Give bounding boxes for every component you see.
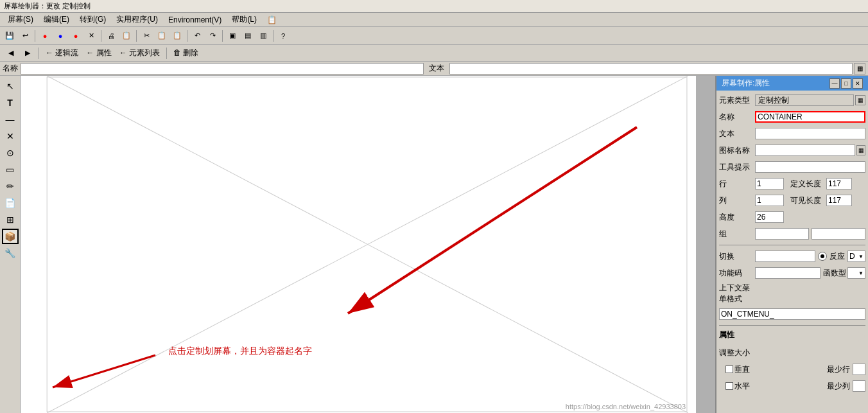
switch-row: 切换 反应 D ▼ [719, 249, 865, 263]
toolbar2-nav-prev[interactable]: ◀ [4, 46, 18, 60]
vertical-row: 垂直 最少行 [719, 362, 865, 376]
reaction-radio[interactable] [818, 252, 827, 261]
tool-misc[interactable]: 🔧 [2, 245, 19, 261]
text-field-input[interactable] [755, 128, 865, 139]
toolbar-run2[interactable]: ● [53, 29, 67, 43]
toolbar-new[interactable]: 💾 [3, 29, 17, 43]
element-type-btn[interactable]: ▦ [855, 95, 865, 105]
reaction-dropdown[interactable]: D ▼ [847, 250, 865, 262]
text-row: 文本 [719, 127, 865, 141]
title-bar-text: 屏幕绘制器：更改 定制控制 [4, 1, 91, 11]
toolbar-undo[interactable]: ↩ [18, 29, 32, 43]
toolbar2-delete[interactable]: 🗑 删除 [171, 46, 201, 60]
canvas-scrollbar[interactable] [696, 76, 715, 413]
vertical-checkbox-item[interactable]: 垂直 [725, 364, 750, 375]
toolbar-stop[interactable]: ✕ [84, 29, 98, 43]
tool-select[interactable]: ↖ [2, 78, 19, 94]
toolbar-redo[interactable]: ↷ [205, 29, 220, 43]
panel-close[interactable]: ✕ [853, 78, 863, 89]
menu-extra[interactable]: 📋 [262, 14, 282, 26]
define-length-input[interactable] [826, 178, 852, 189]
min-row-input[interactable] [853, 364, 865, 375]
toolbar-run1[interactable]: ● [38, 29, 52, 43]
sep7 [39, 48, 39, 59]
reaction-label: 反应 [829, 251, 845, 262]
horizontal-row: 水平 最少列 [719, 379, 865, 393]
group-row: 组 [719, 227, 865, 241]
name-field-input[interactable] [755, 111, 865, 123]
tool-edit[interactable]: ✏ [2, 179, 19, 194]
icon-label: 图标名称 [719, 145, 755, 156]
panel-minimize[interactable]: — [829, 78, 840, 89]
sep1 [35, 30, 35, 42]
text-input[interactable] [449, 63, 853, 75]
toolbar-cut[interactable]: ✂ [139, 29, 153, 43]
toolbar-copy1[interactable]: 📋 [119, 29, 134, 43]
toolbar2-properties[interactable]: ← 属性 [83, 46, 114, 60]
main-layout: ↖ T — ✕ ⊙ ▭ ✏ 📄 ⊞ 📦 🔧 [0, 76, 868, 413]
name-field-label: 名称 [719, 112, 755, 123]
icon-btn[interactable]: ▦ [856, 145, 865, 155]
group-input[interactable] [755, 228, 809, 240]
icon-input[interactable] [755, 145, 855, 156]
reaction-icon [818, 252, 827, 261]
group-input2[interactable] [812, 228, 865, 240]
tool-delete[interactable]: ✕ [2, 128, 19, 144]
context-menu-input[interactable] [719, 308, 865, 320]
name-icon-btn[interactable]: ▦ [854, 63, 865, 75]
horizontal-checkbox[interactable] [725, 382, 733, 390]
toolbar-undo2[interactable]: ↶ [190, 29, 204, 43]
text-field-label: 文本 [719, 128, 755, 139]
menu-goto[interactable]: 转到(G) [74, 13, 111, 26]
min-col-input[interactable] [853, 380, 865, 392]
func-code-input[interactable] [755, 267, 820, 279]
toolbar1: 💾 ↩ ● ● ● ✕ 🖨 📋 ✂ 📋 📋 ↶ ↷ ▣ ▤ ▥ ? [0, 27, 868, 45]
menu-help[interactable]: 帮助(L) [227, 13, 262, 26]
toolbar-run3[interactable]: ● [69, 29, 83, 43]
tool-rect[interactable]: ▭ [2, 162, 19, 177]
toolbar-screen1[interactable]: ▣ [225, 29, 239, 43]
toolbar-paste[interactable]: 📋 [170, 29, 184, 43]
row-input[interactable] [755, 178, 784, 189]
context-menu-row: 上下文菜单格式 [719, 283, 865, 304]
name-input[interactable] [21, 63, 424, 75]
panel-restore[interactable]: □ [841, 78, 851, 89]
height-input[interactable] [755, 211, 784, 223]
toolbar2-element-list[interactable]: ← 元素列表 [117, 46, 162, 60]
toolbar-screen2[interactable]: ▤ [241, 29, 255, 43]
switch-input[interactable] [755, 250, 815, 262]
sep5 [222, 30, 223, 42]
tool-container[interactable]: 📦 [2, 229, 19, 244]
toolbar2-nav-next[interactable]: ▶ [21, 46, 35, 60]
element-type-row: 元素类型 定制控制 ▦ [719, 93, 865, 107]
menu-utility[interactable]: 实用程序(U) [111, 13, 163, 26]
panel-content: 元素类型 定制控制 ▦ 名称 文本 图标名称 ▦ [716, 91, 868, 413]
name-label: 名称 [3, 63, 18, 74]
toolbar-screen3[interactable]: ▥ [256, 29, 270, 43]
menu-environment[interactable]: Environment(V) [163, 14, 227, 26]
visible-length-input[interactable] [826, 195, 852, 206]
watermark: https://blog.csdn.net/weixin_42933803 [566, 403, 686, 410]
canvas-area[interactable]: 点击定制划屏幕，并且为容器起名字 https://blog.csdn.net/w… [21, 76, 715, 413]
tool-text[interactable]: T [2, 95, 19, 110]
menu-screen[interactable]: 屏幕(S) [3, 13, 39, 26]
toolbar-help[interactable]: ? [276, 29, 290, 43]
tool-line[interactable]: — [2, 112, 19, 127]
tooltip-input[interactable] [755, 161, 865, 173]
vertical-checkbox[interactable] [725, 365, 733, 373]
func-type-dropdown[interactable]: ▼ [847, 267, 865, 279]
divider2 [719, 325, 865, 326]
divider1 [719, 245, 865, 245]
right-panel-title-btns: — □ ✕ [829, 78, 863, 89]
toolbar-print[interactable]: 🖨 [104, 29, 118, 43]
tool-radio[interactable]: ⊙ [2, 145, 19, 161]
arrow-right-icon [858, 331, 865, 342]
menu-edit[interactable]: 编辑(E) [39, 13, 74, 26]
tool-subfile[interactable]: 📄 [2, 195, 19, 211]
tool-grid[interactable]: ⊞ [2, 212, 19, 227]
horizontal-checkbox-item[interactable]: 水平 [725, 381, 750, 392]
right-panel: 屏幕制作:属性 — □ ✕ 元素类型 定制控制 ▦ 名称 [715, 76, 868, 413]
toolbar2-logic-flow[interactable]: ← 逻辑流 [43, 46, 81, 60]
col-input[interactable] [755, 195, 784, 206]
toolbar-copy2[interactable]: 📋 [155, 29, 169, 43]
